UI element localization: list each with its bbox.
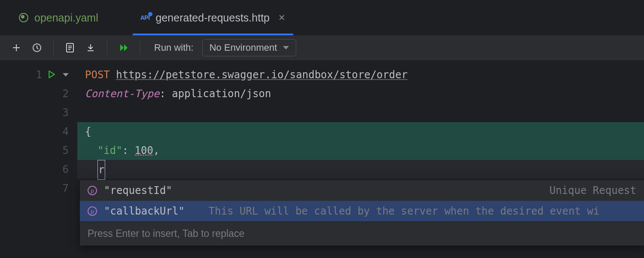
close-icon[interactable]: ✕: [278, 12, 286, 23]
gutter: 1 2 3 4 5 6 7: [0, 60, 77, 258]
typed-text: r: [98, 164, 104, 176]
header-name: Content-Type: [85, 88, 159, 100]
import-icon[interactable]: [85, 42, 97, 54]
add-icon[interactable]: [10, 42, 22, 54]
tab-label: generated-requests.http: [156, 12, 270, 24]
history-icon[interactable]: [31, 42, 43, 54]
http-method: POST: [85, 69, 110, 81]
tab-openapi[interactable]: openapi.yaml: [11, 0, 106, 35]
http-toolbar: Run with: No Environment: [0, 35, 644, 60]
completion-item[interactable]: p "callbackUrl" This URL will be called …: [80, 201, 644, 221]
run-all-icon[interactable]: [118, 42, 130, 54]
completion-name: "callbackUrl": [104, 205, 185, 217]
chevron-down-icon: [283, 46, 289, 49]
run-gutter-icon[interactable]: [48, 65, 55, 84]
completion-hint: Press Enter to insert, Tab to replace: [80, 221, 644, 246]
line-number: 4: [61, 122, 69, 141]
chevron-down-icon[interactable]: [63, 73, 69, 77]
toolbar-divider: [140, 41, 140, 55]
property-icon: p: [88, 206, 97, 216]
api-icon: API: [140, 14, 150, 21]
completion-desc: Unique Request: [550, 184, 636, 197]
line-number: 3: [61, 103, 69, 122]
tab-generated-requests[interactable]: API generated-requests.http ✕: [133, 0, 293, 35]
json-value: 100: [135, 144, 153, 157]
line-number: 7: [61, 179, 69, 198]
openapi-icon: [19, 13, 28, 22]
toolbar-divider: [107, 41, 107, 55]
examples-icon[interactable]: [64, 42, 76, 54]
line-number: 2: [61, 84, 69, 103]
json-brace: {: [85, 126, 91, 138]
property-icon: p: [88, 186, 97, 195]
editor-tabs: openapi.yaml API generated-requests.http…: [0, 0, 644, 35]
completion-desc: This URL will be called by the server wh…: [209, 205, 636, 217]
toolbar-divider: [53, 41, 54, 55]
run-with-label: Run with:: [154, 42, 194, 53]
environment-select[interactable]: No Environment: [202, 39, 297, 56]
completion-name: "requestId": [104, 184, 172, 197]
completion-popup: p "requestId" Unique Request p "callback…: [80, 180, 644, 246]
line-number: 1: [34, 65, 42, 84]
environment-value: No Environment: [210, 42, 277, 53]
header-value: application/json: [172, 88, 271, 100]
completion-item[interactable]: p "requestId" Unique Request: [80, 180, 644, 201]
json-key: "id": [97, 144, 122, 157]
line-number: 5: [61, 141, 69, 160]
line-number: 6: [61, 160, 69, 179]
tab-label: openapi.yaml: [34, 12, 98, 24]
http-url: https://petstore.swagger.io/sandbox/stor…: [116, 69, 407, 81]
